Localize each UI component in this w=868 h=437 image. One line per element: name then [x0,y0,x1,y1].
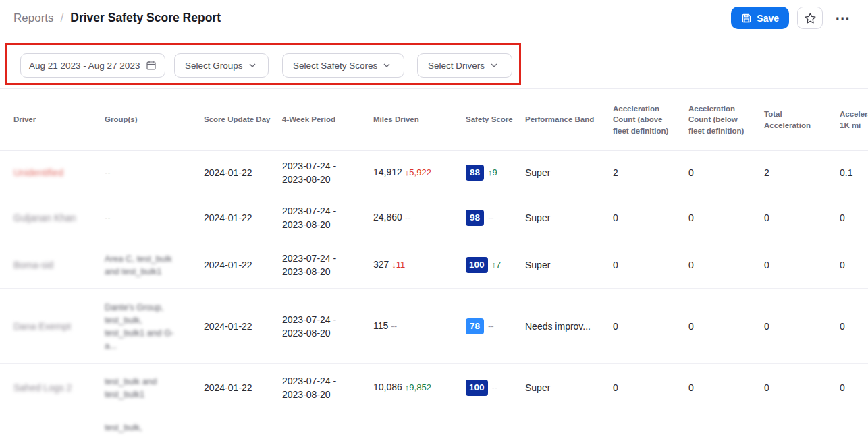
period-cell: 2023-07-24 -2023-08-20 [282,204,373,231]
score-update-day-value: 2024-01-22 [204,212,252,223]
acceleration-below-cell [688,411,764,421]
calendar-icon [146,60,157,71]
driver-cell: Boma-sid [13,258,105,272]
col-header-acceleration-above[interactable]: Acceleration Count (above fleet definiti… [613,103,688,136]
table-row: Guljanan Khan -- 2024-01-22 2023-07-24 -… [0,194,868,241]
safety-score-cell: 100-- [466,380,525,396]
save-button[interactable]: Save [731,7,789,29]
groups-line: test_bulk and [105,375,194,388]
miles-value: 14,912 [373,167,402,177]
acceleration-below-cell: 0 [688,166,764,179]
performance-band-value: Super [525,260,550,270]
performance-band-value: Needs improv... [525,321,591,332]
breadcrumb-reports-link[interactable]: Reports [13,11,54,25]
acceleration-above-value: 0 [613,382,618,393]
miles-driven-cell: 327↓11 [373,258,466,272]
driver-name[interactable]: Boma-sid [13,260,53,270]
acceleration-above-value: 0 [613,260,618,270]
groups-line: test_bulk, [105,421,194,434]
period-line: 2023-08-20 [282,388,364,401]
acceleration-above-value: 0 [613,212,618,223]
safety-score-delta: -- [488,212,494,223]
table-row: Unidentified -- 2024-01-22 2023-07-24 -2… [0,151,868,194]
acceleration-per-1k-value: 0 [840,212,845,223]
total-acceleration-cell: 0 [764,381,840,395]
period-line: 2023-07-24 - [282,252,364,265]
groups-line: -- [105,166,194,179]
groups-cell: -- [105,211,204,224]
performance-band-cell: Super [525,211,613,225]
total-acceleration-value: 0 [764,382,769,393]
driver-cell: Sahed Logs 2 [13,381,105,395]
chevron-down-icon [491,63,497,67]
miles-driven-cell: 10,086↑9,852 [373,380,466,395]
acceleration-below-value: 0 [688,321,694,332]
period-line: 2023-07-24 - [282,204,364,218]
select-groups-dropdown[interactable]: Select Groups [174,53,269,78]
col-header-performance-band[interactable]: Performance Band [525,114,613,125]
total-acceleration-value: 0 [764,212,769,223]
groups-cell: test_bulk, [105,411,204,434]
page-title: Driver Safety Score Report [70,11,221,25]
driver-name[interactable]: Sahed Logs 2 [13,382,72,393]
date-range-picker[interactable]: Aug 21 2023 - Aug 27 2023 [20,53,165,78]
driver-name[interactable]: Unidentified [13,167,63,178]
acceleration-above-cell: 2 [613,166,688,179]
save-icon [741,13,752,24]
col-header-groups[interactable]: Group(s) [105,114,204,125]
groups-line: test_bulk1 [105,388,194,401]
miles-delta: ↓11 [391,260,405,270]
performance-band-value: Super [525,382,550,393]
performance-band-cell [525,411,613,421]
col-header-acceleration-per-1k[interactable]: Acceleration per 1K mi [840,109,868,130]
acceleration-below-cell: 0 [688,258,764,272]
performance-band-cell: Super [525,166,613,179]
col-header-acceleration-below[interactable]: Acceleration Count (below fleet definiti… [688,103,764,136]
acceleration-per-1k-cell: 0.1 [840,166,868,179]
acceleration-below-value: 0 [688,260,694,270]
score-update-day-cell: 2024-01-22 [204,381,282,395]
acceleration-above-value: 0 [613,321,618,332]
miles-delta: ↓5,922 [405,167,431,177]
col-header-4-week-period[interactable]: 4-Week Period [282,114,373,125]
filter-bar: Aug 21 2023 - Aug 27 2023 Select Groups … [0,36,868,89]
acceleration-above-cell: 0 [613,381,688,395]
period-line: 2023-07-24 - [282,374,364,388]
total-acceleration-cell: 2 [764,166,840,179]
miles-driven-cell: 115-- [373,319,466,333]
select-drivers-dropdown[interactable]: Select Drivers [417,53,512,78]
acceleration-above-cell: 0 [613,211,688,225]
acceleration-per-1k-value: 0 [840,382,845,393]
col-header-driver[interactable]: Driver [13,114,105,125]
safety-score-badge: 78 [466,318,484,334]
select-safety-scores-dropdown[interactable]: Select Safety Scores [282,53,404,78]
col-header-miles-driven[interactable]: Miles Driven [373,114,466,125]
period-line: 2023-08-20 [282,173,364,186]
driver-cell: Guljanan Khan [13,211,105,225]
groups-line: a... [105,339,194,352]
driver-name[interactable]: Guljanan Khan [13,212,76,223]
favorite-button[interactable] [797,7,823,29]
col-header-score-update-day[interactable]: Score Update Day [204,114,282,125]
score-update-day-cell: 2024-01-22 [204,211,282,225]
acceleration-above-cell: 0 [613,258,688,272]
total-acceleration-value: 0 [764,321,769,332]
date-range-value: Aug 21 2023 - Aug 27 2023 [29,61,140,71]
col-header-total-acceleration[interactable]: Total Acceleration [764,109,840,130]
groups-cell: test_bulk andtest_bulk1 [105,375,204,401]
toolbar-actions: Save ⋯ [731,7,855,29]
miles-driven-cell [373,411,466,435]
safety-score-cell [466,411,525,435]
col-header-safety-score[interactable]: Safety Score [466,114,525,125]
safety-score-cell: 88↑9 [466,165,525,181]
select-groups-label: Select Groups [185,61,243,71]
miles-delta: -- [405,212,411,223]
score-update-day-value: 2024-01-22 [204,382,252,393]
safety-score-cell: 98-- [466,210,525,226]
more-options-button[interactable]: ⋯ [831,9,855,27]
score-update-day-cell: 2024-01-22 [204,166,282,179]
driver-name[interactable]: Dana Exempt [13,321,71,332]
groups-line: Area C, test_bulk [105,252,194,265]
period-line: 2023-08-20 [282,326,364,340]
total-acceleration-cell: 0 [764,320,840,333]
